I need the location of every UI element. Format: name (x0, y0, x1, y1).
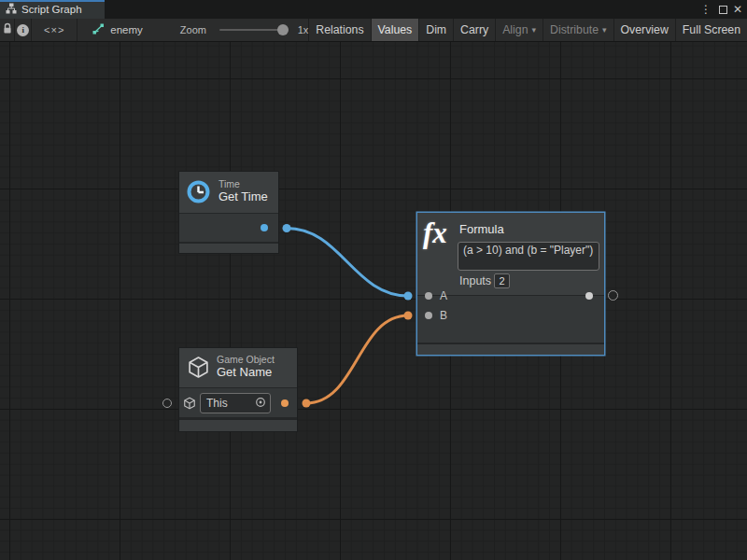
node-footer (417, 344, 604, 355)
carry-button[interactable]: Carry (454, 19, 496, 41)
node-get-time-header[interactable]: Time Get Time (179, 172, 278, 213)
fullscreen-button[interactable]: Full Screen (676, 19, 747, 41)
node-get-name-header[interactable]: Game Object Get Name (179, 348, 297, 387)
node-footer (179, 244, 278, 253)
node-title: Get Time (218, 189, 268, 204)
info-button[interactable]: i (15, 19, 32, 41)
script-graph-window: Script Graph ⋮ ✕ i <×> (0, 0, 747, 560)
formula-expression-input[interactable]: (a > 10) and (b = "Player") (458, 242, 599, 271)
node-formula[interactable]: fx Formula (a > 10) and (b = "Player") I… (417, 213, 604, 355)
zoom-value: 1x (298, 24, 309, 35)
graph-canvas[interactable]: Time Get Time Game Object Ge (0, 42, 747, 560)
port-a-label: A (440, 289, 447, 302)
cube-icon-small (183, 397, 196, 413)
node-title: Get Name (217, 365, 275, 380)
output-port-result[interactable] (585, 292, 593, 300)
chevron-down-icon: ▾ (602, 25, 607, 35)
output-port-name[interactable] (281, 399, 289, 407)
code-view-button[interactable]: <×> (32, 19, 78, 41)
maximize-icon[interactable] (715, 0, 730, 19)
port-b-label: B (440, 309, 447, 322)
node-formula-header[interactable]: fx Formula (a > 10) and (b = "Player") I… (417, 213, 604, 295)
graph-name-label[interactable]: enemy (110, 24, 143, 35)
wire-endpoint (404, 312, 413, 320)
chevron-down-icon: ▾ (532, 25, 537, 35)
input-port-a[interactable] (425, 292, 432, 300)
inputs-count-field[interactable]: 2 (494, 273, 510, 288)
overview-button[interactable]: Overview (614, 19, 676, 41)
target-object-value: This (206, 397, 255, 410)
zoom-label: Zoom (180, 24, 206, 35)
node-category: Game Object (217, 354, 275, 365)
connection-wires (0, 42, 747, 560)
clock-icon (186, 179, 211, 208)
align-dropdown[interactable]: Align ▾ (496, 19, 543, 41)
wire-endpoint (404, 292, 413, 301)
node-footer (179, 420, 297, 431)
input-port-b[interactable] (425, 312, 432, 319)
lock-icon (2, 22, 13, 37)
node-get-time[interactable]: Time Get Time (179, 172, 278, 253)
unconnected-output-ring[interactable] (608, 290, 618, 301)
title-bar: Script Graph ⋮ ✕ (0, 0, 747, 19)
unconnected-input-ring[interactable] (162, 399, 172, 408)
cube-icon (187, 356, 210, 383)
wire-endpoint (283, 224, 291, 232)
close-icon[interactable]: ✕ (730, 0, 745, 19)
graph-toolbar: i <×> enemy Zoom 1x Relations Values Di (0, 19, 747, 42)
values-button[interactable]: Values (372, 19, 420, 41)
graph-hierarchy-icon (6, 1, 17, 18)
object-picker-icon[interactable] (255, 395, 266, 412)
view-options: Relations Values Dim Carry Align ▾ Distr… (309, 19, 747, 41)
output-port-time[interactable] (261, 224, 268, 231)
dim-button[interactable]: Dim (419, 19, 454, 41)
node-title: Formula (459, 222, 504, 237)
graph-asset-icon (92, 21, 105, 38)
lock-button[interactable] (0, 19, 15, 41)
formula-fx-icon: fx (423, 217, 447, 250)
zoom-slider[interactable] (219, 29, 284, 31)
node-category: Time (218, 178, 268, 189)
tab-script-graph[interactable]: Script Graph (0, 0, 105, 19)
wire-endpoint (303, 399, 311, 408)
graph-breadcrumb: enemy Zoom 1x (78, 19, 309, 41)
tab-title: Script Graph (21, 4, 82, 15)
zoom-slider-handle[interactable] (277, 24, 289, 35)
info-icon: i (17, 24, 29, 36)
window-more-icon[interactable]: ⋮ (698, 0, 713, 19)
node-get-name[interactable]: Game Object Get Name This (179, 348, 297, 431)
relations-button[interactable]: Relations (309, 19, 371, 41)
target-object-field[interactable]: This (200, 393, 271, 413)
distribute-dropdown[interactable]: Distribute ▾ (543, 19, 613, 41)
inputs-label: Inputs (459, 274, 491, 287)
